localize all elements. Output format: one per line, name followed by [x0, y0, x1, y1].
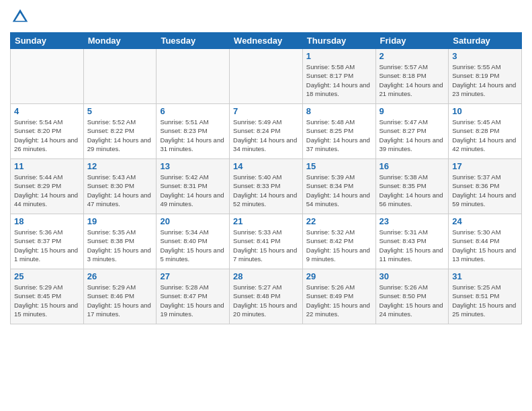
day-number: 31: [452, 271, 518, 281]
calendar-cell: 16Sunrise: 5:38 AMSunset: 8:35 PMDayligh…: [375, 159, 449, 214]
header-monday: Monday: [83, 33, 157, 49]
day-number: 17: [452, 161, 518, 171]
calendar-cell: 10Sunrise: 5:45 AMSunset: 8:28 PMDayligh…: [449, 104, 522, 159]
day-number: 19: [87, 216, 153, 226]
day-info: Sunrise: 5:55 AMSunset: 8:19 PMDaylight:…: [452, 62, 518, 98]
day-info: Sunrise: 5:58 AMSunset: 8:17 PMDaylight:…: [306, 62, 372, 98]
calendar-cell: 20Sunrise: 5:34 AMSunset: 8:40 PMDayligh…: [157, 214, 230, 269]
day-number: 7: [233, 106, 299, 116]
day-info: Sunrise: 5:44 AMSunset: 8:29 PMDaylight:…: [14, 173, 80, 208]
day-number: 25: [14, 271, 80, 281]
calendar-cell: 2Sunrise: 5:57 AMSunset: 8:18 PMDaylight…: [375, 49, 449, 104]
calendar-cell: 15Sunrise: 5:39 AMSunset: 8:34 PMDayligh…: [302, 159, 375, 214]
header-thursday: Thursday: [302, 33, 375, 49]
calendar-cell: 28Sunrise: 5:27 AMSunset: 8:48 PMDayligh…: [230, 269, 303, 324]
calendar-cell: 9Sunrise: 5:47 AMSunset: 8:27 PMDaylight…: [375, 104, 449, 159]
calendar-cell: 27Sunrise: 5:28 AMSunset: 8:47 PMDayligh…: [157, 269, 230, 324]
header: [10, 7, 522, 27]
day-number: 2: [380, 51, 445, 61]
day-info: Sunrise: 5:48 AMSunset: 8:25 PMDaylight:…: [306, 118, 372, 153]
day-number: 4: [14, 106, 80, 116]
week-row-1: 1Sunrise: 5:58 AMSunset: 8:17 PMDaylight…: [11, 49, 522, 104]
day-info: Sunrise: 5:29 AMSunset: 8:45 PMDaylight:…: [14, 283, 80, 318]
day-number: 30: [380, 271, 445, 281]
calendar-cell: 31Sunrise: 5:25 AMSunset: 8:51 PMDayligh…: [449, 269, 522, 324]
day-info: Sunrise: 5:35 AMSunset: 8:38 PMDaylight:…: [87, 228, 153, 263]
day-number: 27: [160, 271, 226, 281]
day-info: Sunrise: 5:33 AMSunset: 8:41 PMDaylight:…: [233, 228, 299, 263]
day-info: Sunrise: 5:49 AMSunset: 8:24 PMDaylight:…: [233, 118, 299, 153]
calendar-cell: [230, 49, 303, 104]
day-number: 8: [306, 106, 372, 116]
logo-icon: [10, 7, 30, 27]
day-info: Sunrise: 5:31 AMSunset: 8:43 PMDaylight:…: [380, 228, 445, 263]
day-info: Sunrise: 5:32 AMSunset: 8:42 PMDaylight:…: [306, 228, 372, 263]
day-info: Sunrise: 5:25 AMSunset: 8:51 PMDaylight:…: [452, 283, 518, 318]
day-number: 3: [452, 51, 518, 61]
calendar-cell: 22Sunrise: 5:32 AMSunset: 8:42 PMDayligh…: [302, 214, 375, 269]
day-info: Sunrise: 5:26 AMSunset: 8:49 PMDaylight:…: [306, 283, 372, 318]
week-row-2: 4Sunrise: 5:54 AMSunset: 8:20 PMDaylight…: [11, 104, 522, 159]
header-friday: Friday: [375, 33, 449, 49]
calendar-cell: 13Sunrise: 5:42 AMSunset: 8:31 PMDayligh…: [157, 159, 230, 214]
calendar-cell: 21Sunrise: 5:33 AMSunset: 8:41 PMDayligh…: [230, 214, 303, 269]
day-info: Sunrise: 5:29 AMSunset: 8:46 PMDaylight:…: [87, 283, 153, 318]
header-sunday: Sunday: [11, 33, 84, 49]
day-info: Sunrise: 5:38 AMSunset: 8:35 PMDaylight:…: [380, 173, 445, 208]
day-info: Sunrise: 5:43 AMSunset: 8:30 PMDaylight:…: [87, 173, 153, 208]
calendar-cell: 18Sunrise: 5:36 AMSunset: 8:37 PMDayligh…: [11, 214, 84, 269]
day-number: 18: [14, 216, 80, 226]
calendar-cell: 5Sunrise: 5:52 AMSunset: 8:22 PMDaylight…: [83, 104, 157, 159]
day-info: Sunrise: 5:28 AMSunset: 8:47 PMDaylight:…: [160, 283, 226, 318]
calendar-cell: 17Sunrise: 5:37 AMSunset: 8:36 PMDayligh…: [449, 159, 522, 214]
day-number: 15: [306, 161, 372, 171]
day-info: Sunrise: 5:39 AMSunset: 8:34 PMDaylight:…: [306, 173, 372, 208]
calendar-cell: 6Sunrise: 5:51 AMSunset: 8:23 PMDaylight…: [157, 104, 230, 159]
calendar-cell: [11, 49, 84, 104]
day-info: Sunrise: 5:45 AMSunset: 8:28 PMDaylight:…: [452, 118, 518, 153]
day-number: 6: [160, 106, 226, 116]
header-tuesday: Tuesday: [157, 33, 230, 49]
day-info: Sunrise: 5:27 AMSunset: 8:48 PMDaylight:…: [233, 283, 299, 318]
day-info: Sunrise: 5:26 AMSunset: 8:50 PMDaylight:…: [380, 283, 445, 318]
calendar-cell: 11Sunrise: 5:44 AMSunset: 8:29 PMDayligh…: [11, 159, 84, 214]
calendar-cell: 19Sunrise: 5:35 AMSunset: 8:38 PMDayligh…: [83, 214, 157, 269]
day-info: Sunrise: 5:30 AMSunset: 8:44 PMDaylight:…: [452, 228, 518, 263]
day-number: 1: [306, 51, 372, 61]
day-number: 14: [233, 161, 299, 171]
day-number: 21: [233, 216, 299, 226]
day-info: Sunrise: 5:42 AMSunset: 8:31 PMDaylight:…: [160, 173, 226, 208]
calendar-cell: 3Sunrise: 5:55 AMSunset: 8:19 PMDaylight…: [449, 49, 522, 104]
week-row-5: 25Sunrise: 5:29 AMSunset: 8:45 PMDayligh…: [11, 269, 522, 324]
header-row: SundayMondayTuesdayWednesdayThursdayFrid…: [11, 33, 522, 49]
calendar-cell: 25Sunrise: 5:29 AMSunset: 8:45 PMDayligh…: [11, 269, 84, 324]
calendar-cell: [83, 49, 157, 104]
calendar-cell: 23Sunrise: 5:31 AMSunset: 8:43 PMDayligh…: [375, 214, 449, 269]
calendar-cell: 30Sunrise: 5:26 AMSunset: 8:50 PMDayligh…: [375, 269, 449, 324]
day-info: Sunrise: 5:47 AMSunset: 8:27 PMDaylight:…: [380, 118, 445, 153]
day-number: 10: [452, 106, 518, 116]
calendar-cell: 29Sunrise: 5:26 AMSunset: 8:49 PMDayligh…: [302, 269, 375, 324]
day-number: 29: [306, 271, 372, 281]
week-row-3: 11Sunrise: 5:44 AMSunset: 8:29 PMDayligh…: [11, 159, 522, 214]
day-info: Sunrise: 5:40 AMSunset: 8:33 PMDaylight:…: [233, 173, 299, 208]
day-number: 20: [160, 216, 226, 226]
day-info: Sunrise: 5:37 AMSunset: 8:36 PMDaylight:…: [452, 173, 518, 208]
calendar-cell: 24Sunrise: 5:30 AMSunset: 8:44 PMDayligh…: [449, 214, 522, 269]
day-number: 24: [452, 216, 518, 226]
day-number: 28: [233, 271, 299, 281]
day-info: Sunrise: 5:54 AMSunset: 8:20 PMDaylight:…: [14, 118, 80, 153]
calendar-cell: 7Sunrise: 5:49 AMSunset: 8:24 PMDaylight…: [230, 104, 303, 159]
calendar-cell: 14Sunrise: 5:40 AMSunset: 8:33 PMDayligh…: [230, 159, 303, 214]
day-number: 12: [87, 161, 153, 171]
day-info: Sunrise: 5:36 AMSunset: 8:37 PMDaylight:…: [14, 228, 80, 263]
calendar-cell: 1Sunrise: 5:58 AMSunset: 8:17 PMDaylight…: [302, 49, 375, 104]
calendar-cell: 4Sunrise: 5:54 AMSunset: 8:20 PMDaylight…: [11, 104, 84, 159]
calendar-cell: [157, 49, 230, 104]
day-number: 16: [380, 161, 445, 171]
day-number: 26: [87, 271, 153, 281]
logo: [10, 7, 33, 27]
week-row-4: 18Sunrise: 5:36 AMSunset: 8:37 PMDayligh…: [11, 214, 522, 269]
day-info: Sunrise: 5:52 AMSunset: 8:22 PMDaylight:…: [87, 118, 153, 153]
calendar-table: SundayMondayTuesdayWednesdayThursdayFrid…: [10, 32, 522, 324]
